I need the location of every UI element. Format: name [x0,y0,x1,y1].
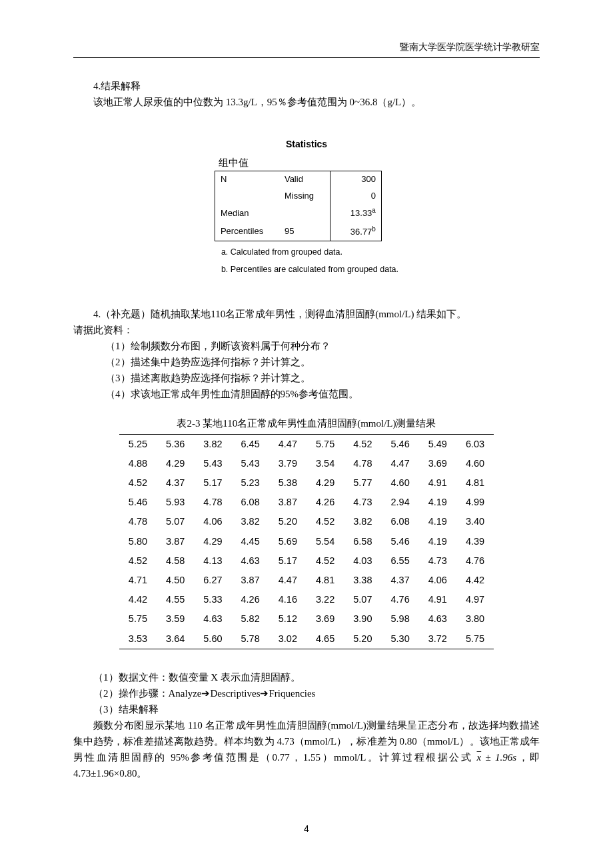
header-department: 暨南大学医学院医学统计学教研室 [73,40,540,55]
table-cell: 4.52 [306,551,344,571]
ans-para: 频数分布图显示某地 110 名正常成年男性血清胆固醇(mmol/L)测量结果呈正… [73,717,540,781]
ans-para-text: 频数分布图显示某地 110 名正常成年男性血清胆固醇(mmol/L)测量结果呈正… [73,720,540,763]
table-cell: 4.19 [419,493,456,512]
q4-part3: （3）描述离散趋势应选择何指标？并计算之。 [73,370,540,386]
table-cell: 5.36 [157,434,194,454]
table-cell: 4.50 [157,571,194,590]
stats-missing-label: Missing [279,188,330,205]
table-cell: 4.91 [419,473,456,493]
table-cell: 3.82 [232,512,269,531]
data-table-caption: 表2-3 某地110名正常成年男性血清胆固醇(mmol/L)测量结果 [73,415,540,431]
table-cell: 3.64 [157,629,194,649]
stats-median-cell: 13.33a [330,204,381,222]
table-cell: 5.77 [344,473,381,493]
arrow-icon: ➔ [201,687,210,699]
table-row: 5.465.934.786.083.874.264.732.944.194.99 [119,493,494,512]
stats-pct-k: 95 [279,223,330,241]
table-row: 5.753.594.635.825.123.693.905.984.633.80 [119,609,494,629]
table-cell: 5.46 [119,493,157,512]
table-cell: 4.42 [456,571,494,590]
table-cell: 5.75 [456,629,494,649]
table-cell: 4.26 [232,590,269,609]
table-cell: 4.42 [119,590,157,609]
table-cell: 4.76 [456,551,494,571]
table-cell: 3.80 [456,609,494,629]
table-cell: 4.65 [306,629,344,649]
table-cell: 4.29 [157,454,194,473]
table-cell: 4.52 [306,512,344,531]
table-row: 4.524.584.134.635.174.524.036.554.734.76 [119,551,494,571]
table-cell: 4.71 [119,571,157,590]
stats-pct-label: Percentiles [215,223,279,241]
stats-median-value: 13.33 [350,209,372,219]
page-number: 4 [73,821,540,836]
table-cell: 5.80 [119,532,157,551]
table-cell: 3.22 [306,590,344,609]
ans-2: （2）操作步骤：Analyze➔Descriptives➔Friquencies [73,685,540,701]
table-cell: 5.46 [381,532,418,551]
table-cell: 4.73 [419,551,456,571]
table-cell: 4.78 [194,493,231,512]
stats-table: N Valid 300 Missing 0 Median 13.33a Perc… [215,171,382,241]
table-cell: 5.20 [269,512,306,531]
table-cell: 3.87 [157,532,194,551]
table-cell: 4.60 [456,454,494,473]
table-cell: 4.99 [456,493,494,512]
table-cell: 4.63 [419,609,456,629]
table-cell: 4.52 [119,473,157,493]
ans-1: （1）数据文件：数值变量 X 表示血清胆固醇。 [73,669,540,685]
result-heading: 4.结果解释 [73,78,540,94]
table-cell: 3.90 [344,609,381,629]
table-cell: 4.91 [419,590,456,609]
table-row: 3.533.645.605.783.024.655.205.303.725.75 [119,629,494,649]
q4-stem-line1: 4.（补充题）随机抽取某地110名正常成年男性，测得血清胆固醇(mmol/L) … [73,309,466,319]
table-cell: 4.29 [194,532,231,551]
table-cell: 3.40 [456,512,494,531]
q4-part4: （4）求该地正常成年男性血清胆固醇的95%参考值范围。 [73,386,540,402]
table-cell: 3.87 [232,571,269,590]
table-cell: 4.47 [269,434,306,454]
table-cell: 5.17 [194,473,231,493]
table-cell: 4.19 [419,532,456,551]
table-row: 4.424.555.334.264.163.225.074.764.914.97 [119,590,494,609]
stats-n-label: N [215,171,279,187]
table-cell: 4.03 [344,551,381,571]
stats-pct-value: 36.77 [350,227,372,237]
table-cell: 3.53 [119,629,157,649]
header-rule [73,57,540,58]
table-cell: 3.38 [344,571,381,590]
table-cell: 3.69 [306,609,344,629]
table-cell: 5.12 [269,609,306,629]
data-table: 5.255.363.826.454.475.754.525.465.496.03… [119,434,494,649]
table-cell: 5.07 [344,590,381,609]
table-row: 4.714.506.273.874.474.813.384.374.064.42 [119,571,494,590]
table-cell: 4.47 [269,571,306,590]
table-cell: 4.58 [157,551,194,571]
table-cell: 3.59 [157,609,194,629]
stats-footnote-b: b. Percentiles are calculated from group… [215,263,398,276]
table-cell: 4.26 [306,493,344,512]
table-cell: 3.82 [194,434,231,454]
table-cell: 6.08 [381,512,418,531]
table-cell: 4.45 [232,532,269,551]
q4-part2: （2）描述集中趋势应选择何指标？并计算之。 [73,354,540,370]
table-cell: 2.94 [381,493,418,512]
table-cell: 5.93 [157,493,194,512]
table-cell: 5.38 [269,473,306,493]
stats-valid-value: 300 [330,171,381,187]
table-cell: 4.60 [381,473,418,493]
ans-2-mid2: Friquencies [269,688,315,699]
table-row: 4.785.074.063.825.204.523.826.084.193.40 [119,512,494,531]
table-row: 5.803.874.294.455.695.546.585.464.194.39 [119,532,494,551]
table-cell: 5.17 [269,551,306,571]
stats-footnote-a: a. Calculated from grouped data. [215,245,398,259]
table-cell: 4.97 [456,590,494,609]
table-cell: 4.37 [157,473,194,493]
table-cell: 5.07 [157,512,194,531]
table-cell: 4.19 [419,512,456,531]
table-cell: 4.81 [456,473,494,493]
table-cell: 4.55 [157,590,194,609]
ans-3: （3）结果解释 [73,701,540,717]
table-cell: 3.87 [269,493,306,512]
table-cell: 5.46 [381,434,418,454]
